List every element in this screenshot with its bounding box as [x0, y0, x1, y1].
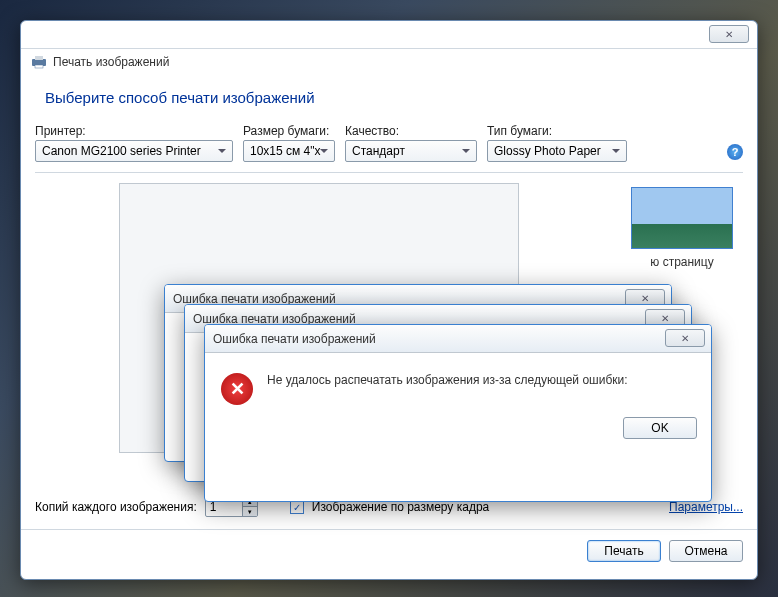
- fit-frame-checkbox[interactable]: ✓: [290, 500, 304, 514]
- printer-label: Принтер:: [35, 124, 233, 138]
- close-icon: ✕: [661, 313, 669, 324]
- error-ok-button[interactable]: OK: [623, 417, 697, 439]
- layout-full-page-thumb[interactable]: [631, 187, 733, 249]
- paper-type-value: Glossy Photo Paper: [494, 144, 601, 158]
- window-close-button[interactable]: ✕: [709, 25, 749, 43]
- svg-rect-1: [35, 56, 43, 60]
- layout-full-page-label: ю страницу: [621, 255, 743, 269]
- paper-type-combo[interactable]: Glossy Photo Paper: [487, 140, 627, 162]
- check-icon: ✓: [293, 502, 301, 513]
- print-options-row: Принтер: Canon MG2100 series Printer Раз…: [21, 124, 757, 162]
- paper-type-field: Тип бумаги: Glossy Photo Paper: [487, 124, 627, 162]
- error-icon: ✕: [221, 373, 253, 405]
- quality-label: Качество:: [345, 124, 477, 138]
- app-title: Печать изображений: [53, 55, 169, 69]
- error-dialog-close-button[interactable]: ✕: [665, 329, 705, 347]
- paper-size-field: Размер бумаги: 10x15 см 4"x: [243, 124, 335, 162]
- error-dialog-3: Ошибка печати изображений ✕ ✕ Не удалось…: [204, 324, 712, 502]
- error-message: Не удалось распечатать изображения из-за…: [267, 373, 628, 405]
- dialog-buttons-row: Печать Отмена: [21, 529, 757, 576]
- paper-size-combo[interactable]: 10x15 см 4"x: [243, 140, 335, 162]
- fit-frame-label: Изображение по размеру кадра: [312, 500, 489, 514]
- error-dialog-buttons: OK: [205, 417, 711, 453]
- close-icon: ✕: [681, 333, 689, 344]
- error-dialog-body: ✕ Не удалось распечатать изображения из-…: [205, 353, 711, 417]
- help-icon[interactable]: ?: [727, 144, 743, 160]
- svg-rect-2: [35, 65, 43, 68]
- error-dialog-title: Ошибка печати изображений ✕: [205, 325, 711, 353]
- layout-thumbnails: ю страницу: [621, 183, 743, 269]
- close-icon: ✕: [641, 293, 649, 304]
- quality-field: Качество: Стандарт: [345, 124, 477, 162]
- paper-type-label: Тип бумаги:: [487, 124, 627, 138]
- copies-input[interactable]: [206, 500, 242, 514]
- copies-label: Копий каждого изображения:: [35, 500, 197, 514]
- chevron-down-icon: ▼: [247, 509, 253, 515]
- paper-size-label: Размер бумаги:: [243, 124, 335, 138]
- titlebar: ✕: [21, 21, 757, 49]
- paper-size-value: 10x15 см 4"x: [250, 144, 321, 158]
- printer-field: Принтер: Canon MG2100 series Printer: [35, 124, 233, 162]
- printer-combo[interactable]: Canon MG2100 series Printer: [35, 140, 233, 162]
- printer-icon: [31, 55, 47, 69]
- options-link[interactable]: Параметры...: [669, 500, 743, 514]
- instruction-text: Выберите способ печати изображений: [45, 89, 733, 106]
- divider: [35, 172, 743, 173]
- printer-value: Canon MG2100 series Printer: [42, 144, 201, 158]
- close-icon: ✕: [725, 29, 733, 40]
- cancel-button[interactable]: Отмена: [669, 540, 743, 562]
- copies-down-button[interactable]: ▼: [243, 507, 257, 516]
- quality-value: Стандарт: [352, 144, 405, 158]
- app-header: Печать изображений: [21, 49, 757, 75]
- quality-combo[interactable]: Стандарт: [345, 140, 477, 162]
- print-button[interactable]: Печать: [587, 540, 661, 562]
